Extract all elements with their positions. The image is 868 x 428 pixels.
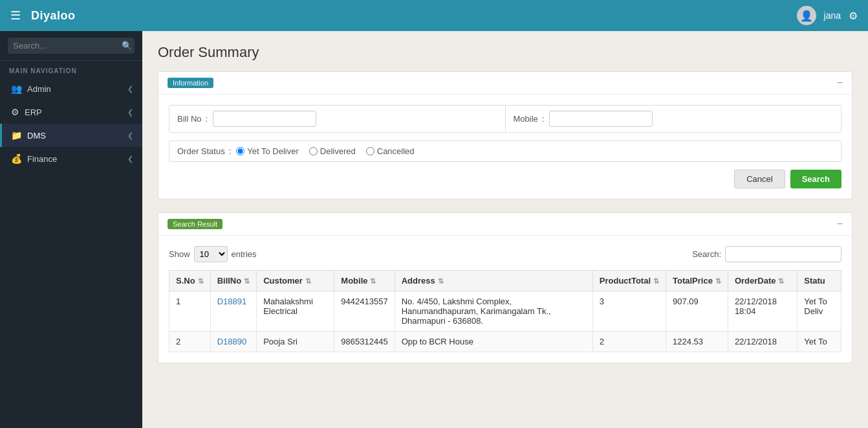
entries-select[interactable]: 10 25 50 100 bbox=[194, 246, 228, 262]
table-search-input[interactable] bbox=[725, 246, 841, 262]
table-search-label: Search: bbox=[692, 249, 721, 259]
cell-sno-1: 1 bbox=[169, 291, 211, 332]
erp-chevron-icon: ❮ bbox=[127, 108, 133, 117]
sidebar-item-dms-label: DMS bbox=[27, 131, 46, 141]
sort-icon-sno[interactable]: ⇅ bbox=[198, 277, 204, 285]
entries-label: entries bbox=[232, 249, 257, 259]
username: jana bbox=[824, 10, 841, 21]
sidebar-section-label: MAIN NAVIGATION bbox=[0, 61, 142, 77]
mobile-input[interactable] bbox=[549, 111, 653, 127]
show-label: Show bbox=[169, 249, 190, 259]
sidebar-item-admin-label: Admin bbox=[27, 84, 51, 94]
hamburger-icon[interactable]: ☰ bbox=[10, 8, 21, 23]
info-collapse-icon[interactable]: − bbox=[837, 77, 843, 89]
finance-icon: 💰 bbox=[11, 153, 22, 164]
form-actions: Cancel Search bbox=[169, 170, 841, 188]
main-layout: 🔍 MAIN NAVIGATION 👥 Admin ❮ ⚙ ERP ❮ 📁 DM… bbox=[0, 31, 868, 428]
sidebar-item-finance-left: 💰 Finance bbox=[11, 153, 57, 164]
sidebar-item-finance[interactable]: 💰 Finance ❮ bbox=[0, 147, 142, 170]
mobile-field: Mobile : bbox=[505, 106, 841, 132]
mobile-label: Mobile bbox=[514, 114, 538, 124]
dms-chevron-icon: ❮ bbox=[127, 131, 133, 140]
bill-no-label: Bill No bbox=[177, 114, 202, 124]
radio-cancelled[interactable]: Cancelled bbox=[366, 146, 415, 156]
sidebar-item-admin-left: 👥 Admin bbox=[11, 84, 51, 94]
brand-logo: Diyaloo bbox=[31, 9, 76, 23]
sidebar-item-finance-label: Finance bbox=[27, 154, 57, 164]
radio-delivered-label: Delivered bbox=[320, 146, 356, 156]
sort-icon-order-date[interactable]: ⇅ bbox=[778, 277, 784, 285]
sidebar-item-dms[interactable]: 📁 DMS ❮ bbox=[0, 124, 142, 147]
cell-total-price-1: 907.09 bbox=[666, 291, 728, 332]
cell-mobile-2: 9865312445 bbox=[334, 332, 395, 352]
finance-chevron-icon: ❮ bbox=[127, 155, 133, 163]
cell-customer-1: Mahalakshmi Electrical bbox=[257, 291, 334, 332]
billno-link-2[interactable]: D18890 bbox=[217, 337, 247, 346]
cell-order-date-2: 22/12/2018 bbox=[728, 332, 797, 352]
bill-no-input[interactable] bbox=[213, 111, 316, 127]
table-row: 1 D18891 Mahalakshmi Electrical 94424135… bbox=[169, 291, 841, 332]
avatar: 👤 bbox=[797, 6, 816, 25]
radio-cancelled-label: Cancelled bbox=[377, 146, 415, 156]
cancel-button[interactable]: Cancel bbox=[734, 170, 785, 188]
col-total-price: TotalPrice⇅ bbox=[666, 271, 728, 291]
sort-icon-total-price[interactable]: ⇅ bbox=[715, 277, 721, 285]
show-entries-control: Show 10 25 50 100 entries bbox=[169, 246, 257, 262]
results-table: S.No⇅ BillNo⇅ Customer⇅ Mobile⇅ Address⇅… bbox=[169, 270, 841, 352]
table-header: S.No⇅ BillNo⇅ Customer⇅ Mobile⇅ Address⇅… bbox=[169, 271, 841, 291]
col-status: Statu bbox=[797, 271, 841, 291]
cell-product-total-2: 2 bbox=[592, 332, 666, 352]
sort-icon-product-total[interactable]: ⇅ bbox=[653, 277, 659, 285]
cell-address-2: Opp to BCR House bbox=[395, 332, 592, 352]
sidebar-search-container: 🔍 bbox=[0, 31, 142, 61]
cell-billno-2: D18890 bbox=[210, 332, 257, 352]
share-icon[interactable]: ⚙ bbox=[849, 10, 858, 22]
table-search-control: Search: bbox=[692, 246, 841, 262]
sidebar-search-icon: 🔍 bbox=[122, 41, 132, 51]
bill-no-field: Bill No : bbox=[169, 106, 505, 132]
content-area: Order Summary Information − Bill No : Mo… bbox=[142, 31, 868, 428]
bill-no-colon: : bbox=[206, 114, 208, 124]
radio-yet-to-deliver-label: Yet To Deliver bbox=[247, 146, 299, 156]
sidebar-item-erp[interactable]: ⚙ ERP ❮ bbox=[0, 100, 142, 124]
mobile-colon: : bbox=[542, 114, 545, 124]
order-status-radio-group: Yet To Deliver Delivered Cancelled bbox=[236, 146, 414, 156]
search-button[interactable]: Search bbox=[790, 170, 841, 188]
table-row: 2 D18890 Pooja Sri 9865312445 Opp to BCR… bbox=[169, 332, 841, 352]
dms-icon: 📁 bbox=[11, 130, 22, 141]
sort-icon-billno[interactable]: ⇅ bbox=[244, 277, 250, 285]
cell-status-2: Yet To bbox=[797, 332, 841, 352]
result-card: Search Result − Show 10 25 50 100 entrie… bbox=[158, 212, 852, 363]
sidebar-item-admin[interactable]: 👥 Admin ❮ bbox=[0, 77, 142, 100]
sort-icon-address[interactable]: ⇅ bbox=[438, 277, 444, 285]
sort-icon-customer[interactable]: ⇅ bbox=[305, 277, 311, 285]
sidebar: 🔍 MAIN NAVIGATION 👥 Admin ❮ ⚙ ERP ❮ 📁 DM… bbox=[0, 31, 142, 428]
result-collapse-icon[interactable]: − bbox=[837, 218, 843, 230]
topnav-left: ☰ Diyaloo bbox=[10, 8, 76, 23]
radio-yet-to-deliver[interactable]: Yet To Deliver bbox=[236, 146, 299, 156]
info-card-body: Bill No : Mobile : Order Status : bbox=[158, 95, 852, 199]
cell-product-total-1: 3 bbox=[592, 291, 666, 332]
col-customer: Customer⇅ bbox=[257, 271, 334, 291]
radio-yet-to-deliver-input[interactable] bbox=[236, 147, 244, 155]
col-order-date: OrderDate⇅ bbox=[728, 271, 797, 291]
info-badge: Information bbox=[168, 78, 213, 88]
cell-total-price-2: 1224.53 bbox=[666, 332, 728, 352]
table-controls: Show 10 25 50 100 entries Search: bbox=[169, 246, 841, 262]
erp-icon: ⚙ bbox=[11, 107, 19, 117]
sort-icon-mobile[interactable]: ⇅ bbox=[370, 277, 376, 285]
radio-delivered[interactable]: Delivered bbox=[309, 146, 356, 156]
billno-link-1[interactable]: D18891 bbox=[217, 297, 247, 306]
topnav-right: 👤 jana ⚙ bbox=[797, 6, 858, 25]
sidebar-search-input[interactable] bbox=[13, 41, 122, 51]
topnav: ☰ Diyaloo 👤 jana ⚙ bbox=[0, 0, 868, 31]
cell-mobile-1: 9442413557 bbox=[334, 291, 395, 332]
cell-address-1: No. 4/450, Lakshmi Complex, Hanumandhapu… bbox=[395, 291, 592, 332]
sidebar-search-wrap: 🔍 bbox=[8, 38, 135, 54]
radio-delivered-input[interactable] bbox=[309, 147, 318, 155]
radio-cancelled-input[interactable] bbox=[366, 147, 374, 155]
cell-status-1: Yet To Deliv bbox=[797, 291, 841, 332]
cell-sno-2: 2 bbox=[169, 332, 211, 352]
result-card-header: Search Result − bbox=[158, 213, 852, 236]
order-status-row: Order Status : Yet To Deliver Delivered bbox=[169, 141, 841, 162]
